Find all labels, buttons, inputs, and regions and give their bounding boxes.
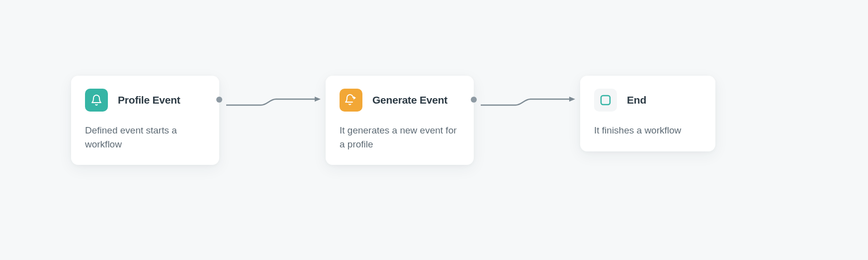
svg-marker-1 [569, 97, 575, 102]
node-title: Profile Event [118, 94, 180, 106]
node-title: Generate Event [372, 94, 447, 106]
node-end[interactable]: End It finishes a workflow [580, 76, 715, 151]
svg-marker-0 [315, 97, 321, 102]
bell-icon [85, 89, 108, 112]
node-title: End [627, 94, 646, 106]
node-description: It generates a new event for a profile [340, 124, 460, 151]
bell-arrow-icon [340, 89, 362, 112]
output-port[interactable] [471, 97, 477, 103]
connector-arrow [226, 93, 323, 113]
connector-arrow [481, 93, 578, 113]
node-generate-event[interactable]: Generate Event It generates a new event … [326, 76, 474, 165]
node-header: Generate Event [340, 89, 460, 112]
node-description: It finishes a workflow [594, 124, 701, 137]
output-port[interactable] [216, 97, 222, 103]
node-description: Defined event starts a workflow [85, 124, 205, 151]
node-header: Profile Event [85, 89, 205, 112]
node-profile-event[interactable]: Profile Event Defined event starts a wor… [71, 76, 219, 165]
workflow-canvas: Profile Event Defined event starts a wor… [0, 0, 868, 260]
stop-icon [594, 89, 617, 112]
node-header: End [594, 89, 701, 112]
svg-rect-2 [601, 96, 610, 105]
